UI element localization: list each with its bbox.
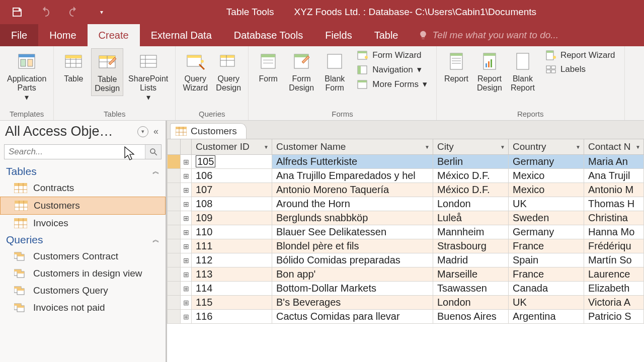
cell-name[interactable]: Ana Trujillo Emparedados y hel: [272, 169, 433, 183]
cell-id[interactable]: 116: [192, 310, 272, 324]
report-wizard-button[interactable]: Report Wizard: [543, 49, 617, 61]
cell-id[interactable]: 109: [192, 211, 272, 225]
table-button[interactable]: Table: [58, 48, 89, 85]
table-row[interactable]: ⊞ 107 Antonio Moreno Taquería México D.F…: [168, 183, 644, 197]
cell-country[interactable]: France: [509, 239, 584, 253]
row-selector[interactable]: [168, 239, 181, 253]
redo-icon[interactable]: [66, 5, 80, 19]
cell-contact[interactable]: Martín So: [584, 253, 644, 267]
cell-name[interactable]: B's Beverages: [272, 296, 433, 310]
column-header[interactable]: Contact N▼: [584, 139, 644, 155]
cell-contact[interactable]: Victoria A: [584, 296, 644, 310]
column-header[interactable]: Customer ID▼: [192, 139, 272, 155]
row-selector[interactable]: [168, 296, 181, 310]
table-row[interactable]: ⊞ 109 Berglunds snabbköp Luleå Sweden Ch…: [168, 211, 644, 225]
row-selector[interactable]: [168, 310, 181, 324]
cell-name[interactable]: Cactus Comidas para llevar: [272, 310, 433, 324]
cell-name[interactable]: Around the Horn: [272, 197, 433, 211]
tab-table[interactable]: Table: [363, 24, 410, 46]
nav-section-tables[interactable]: Tables︽: [0, 163, 166, 179]
labels-button[interactable]: Labels: [543, 63, 617, 75]
cell-name[interactable]: Alfreds Futterkiste: [272, 155, 433, 169]
cell-contact[interactable]: Elizabeth: [584, 282, 644, 296]
form-wizard-button[interactable]: Form Wizard: [355, 49, 429, 61]
cell-country[interactable]: Canada: [509, 282, 584, 296]
expand-icon[interactable]: ⊞: [181, 253, 192, 267]
tab-fields[interactable]: Fields: [314, 24, 363, 46]
expand-icon[interactable]: ⊞: [181, 282, 192, 296]
search-icon[interactable]: [145, 145, 161, 159]
more-forms-button[interactable]: More Forms ▾: [355, 78, 429, 90]
expand-icon[interactable]: ⊞: [181, 310, 192, 324]
form-button[interactable]: Form: [253, 48, 284, 85]
cell-country[interactable]: UK: [509, 296, 584, 310]
cell-contact[interactable]: Laurence: [584, 267, 644, 282]
navigation-button[interactable]: Navigation ▾: [355, 63, 429, 76]
cell-name[interactable]: Bon app': [272, 267, 433, 282]
cell-id[interactable]: 108: [192, 197, 272, 211]
cell-country[interactable]: Mexico: [509, 183, 584, 197]
search-input[interactable]: [5, 145, 145, 159]
table-row[interactable]: ⊞ 108 Around the Horn London UK Thomas H: [168, 197, 644, 211]
cell-city[interactable]: Madrid: [433, 253, 509, 267]
cell-name[interactable]: Blauer See Delikatessen: [272, 225, 433, 239]
tab-external-data[interactable]: External Data: [140, 24, 223, 46]
report-button[interactable]: Report: [441, 48, 472, 85]
row-selector[interactable]: [168, 225, 181, 239]
cell-id[interactable]: 106: [192, 169, 272, 183]
cell-id[interactable]: 114: [192, 282, 272, 296]
nav-item-query[interactable]: Customers in design view: [0, 265, 166, 282]
nav-section-queries[interactable]: Queries︽: [0, 232, 166, 248]
nav-item-query[interactable]: Invoices not paid: [0, 299, 166, 316]
cell-country[interactable]: Sweden: [509, 211, 584, 225]
nav-dropdown-icon[interactable]: ▾: [137, 126, 148, 137]
row-selector[interactable]: [168, 155, 181, 169]
expand-icon[interactable]: ⊞: [181, 225, 192, 239]
column-header[interactable]: Customer Name▼: [272, 139, 433, 155]
row-selector[interactable]: [168, 282, 181, 296]
cell-id[interactable]: 113: [192, 267, 272, 282]
cell-name[interactable]: Blondel père et fils: [272, 239, 433, 253]
row-selector[interactable]: [168, 183, 181, 197]
nav-item-customers[interactable]: Customers: [0, 197, 166, 215]
cell-country[interactable]: Germany: [509, 155, 584, 169]
row-selector[interactable]: [168, 169, 181, 183]
cell-id[interactable]: 105: [192, 155, 272, 169]
cell-name[interactable]: Berglunds snabbköp: [272, 211, 433, 225]
cell-city[interactable]: Marseille: [433, 267, 509, 282]
row-selector[interactable]: [168, 197, 181, 211]
nav-search[interactable]: [4, 144, 162, 159]
nav-item-invoices[interactable]: Invoices: [0, 215, 166, 232]
form-design-button[interactable]: Form Design: [286, 48, 317, 95]
cell-country[interactable]: UK: [509, 197, 584, 211]
table-row[interactable]: ⊞ 110 Blauer See Delikatessen Mannheim G…: [168, 225, 644, 239]
cell-contact[interactable]: Maria An: [584, 155, 644, 169]
cell-country[interactable]: Spain: [509, 253, 584, 267]
tab-home[interactable]: Home: [38, 24, 87, 46]
expand-icon[interactable]: ⊞: [181, 211, 192, 225]
tab-database-tools[interactable]: Database Tools: [223, 24, 314, 46]
expand-icon[interactable]: ⊞: [181, 239, 192, 253]
application-parts-button[interactable]: Application Parts ▾: [4, 48, 49, 104]
nav-item-contracts[interactable]: Contracts: [0, 179, 166, 197]
expand-icon[interactable]: ⊞: [181, 296, 192, 310]
query-design-button[interactable]: Query Design: [213, 48, 244, 95]
table-design-button[interactable]: Table Design: [91, 48, 123, 96]
cell-city[interactable]: Tsawassen: [433, 282, 509, 296]
expand-icon[interactable]: ⊞: [181, 155, 192, 169]
cell-city[interactable]: London: [433, 296, 509, 310]
table-row[interactable]: ⊞ 105 Alfreds Futterkiste Berlin Germany…: [168, 155, 644, 169]
tab-file[interactable]: File: [0, 24, 38, 46]
cell-city[interactable]: Mannheim: [433, 225, 509, 239]
nav-item-query[interactable]: Customers Query: [0, 282, 166, 299]
column-header[interactable]: City▼: [433, 139, 509, 155]
cell-id[interactable]: 112: [192, 253, 272, 267]
data-grid[interactable]: Customer ID▼Customer Name▼City▼Country▼C…: [167, 139, 644, 362]
cell-id[interactable]: 110: [192, 225, 272, 239]
blank-form-button[interactable]: Blank Form: [319, 48, 350, 95]
cell-id[interactable]: 111: [192, 239, 272, 253]
row-selector[interactable]: [168, 211, 181, 225]
table-row[interactable]: ⊞ 106 Ana Trujillo Emparedados y hel Méx…: [168, 169, 644, 183]
table-row[interactable]: ⊞ 115 B's Beverages London UK Victoria A: [168, 296, 644, 310]
cell-contact[interactable]: Hanna Mo: [584, 225, 644, 239]
